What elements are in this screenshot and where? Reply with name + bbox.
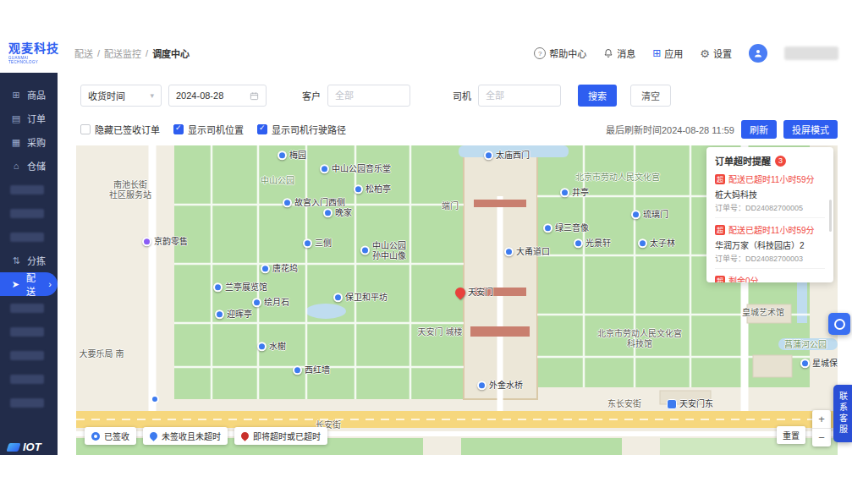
map-station-dot[interactable] — [151, 395, 159, 403]
map-label[interactable]: 水榭 — [257, 342, 286, 352]
poi-pin-icon — [215, 310, 224, 320]
map-label[interactable]: 迎晖亭 — [215, 310, 252, 320]
date-input[interactable]: 2024-08-28 — [168, 85, 267, 107]
username-blurred[interactable] — [784, 47, 838, 60]
sidebar-item-blurred[interactable] — [0, 343, 58, 367]
map-label[interactable]: 太子林 — [638, 238, 675, 249]
hide-signed-checkbox[interactable] — [80, 124, 91, 134]
sidebar-item-blurred[interactable] — [0, 367, 58, 391]
messages-button[interactable]: 消息 — [603, 47, 635, 60]
chevron-right-icon: › — [48, 279, 52, 289]
sidebar: ⊞商品▤订单▦采购⌂仓储⇅分拣➤配送› IOT — [0, 73, 58, 455]
sidebar-item-商品[interactable]: ⊞商品 — [0, 83, 58, 107]
map-label[interactable]: 井亭 — [560, 188, 589, 198]
map-label[interactable]: 兰亭展览馆 — [213, 282, 267, 293]
search-button[interactable]: 搜索 — [578, 85, 617, 107]
zoom-out-button[interactable]: − — [812, 428, 831, 446]
clear-button[interactable]: 清空 — [630, 85, 671, 107]
show-driver-location-checkbox[interactable] — [173, 124, 184, 134]
map-label: 天安门 城楼 — [418, 327, 463, 337]
sidebar-item-blurred[interactable] — [0, 296, 58, 320]
map-label-text: 西红墙 — [305, 365, 330, 375]
sidebar-item-blurred[interactable] — [0, 201, 58, 225]
overdue-count-badge: 3 — [775, 156, 786, 167]
cast-mode-button[interactable]: 投屏模式 — [783, 120, 838, 139]
breadcrumb-item-monitor[interactable]: 配送监控 — [104, 47, 141, 60]
order-number: 订单号：DD24082700005 — [715, 202, 825, 213]
overdue-order-item[interactable]: 超配送已超时11小时59分桩大妈科技订单号：DD24082700005 — [715, 167, 825, 218]
page: 观麦科技 GUANMAI TECHNOLOGY 配送 / 配送监控 / 调度中心… — [0, 0, 852, 504]
map-label[interactable]: 京韵零售 — [142, 237, 188, 247]
map-label[interactable]: 唐花坞 — [261, 264, 298, 274]
floating-service-button[interactable] — [828, 313, 850, 335]
map-label-text: 端门 — [442, 201, 459, 211]
map-label[interactable]: 琉璃门 — [631, 210, 668, 220]
sidebar-item-分拣[interactable]: ⇅分拣 — [0, 249, 58, 272]
map-label[interactable]: 绘月石 — [252, 298, 289, 308]
sidebar-item-仓储[interactable]: ⌂仓储 — [0, 154, 58, 178]
map-label-text: 故宫入门西侧 — [294, 198, 345, 208]
reset-button[interactable]: 重置 — [777, 426, 805, 444]
sidebar-item-blurred[interactable] — [0, 225, 58, 249]
poi-pin-icon — [293, 366, 302, 375]
sidebar-item-采购[interactable]: ▦采购 — [0, 130, 58, 154]
sidebar-item-blurred[interactable] — [0, 391, 58, 414]
help-center-button[interactable]: ? 帮助中心 — [534, 47, 586, 60]
main-content: 收货时间 ▾ 2024-08-28 客户 司机 搜索 清空 — [58, 73, 852, 455]
map-label[interactable]: 三侧 — [303, 238, 332, 249]
map-label[interactable]: 绿三音像 — [543, 223, 589, 233]
map-label[interactable]: 天安门东 — [667, 399, 713, 409]
driver-label: 司机 — [453, 89, 471, 102]
iot-logo-text: IOT — [23, 441, 41, 453]
driver-input[interactable] — [484, 90, 555, 101]
sidebar-item-配送[interactable]: ➤配送› — [0, 272, 58, 296]
map-label[interactable]: 星城保 — [800, 359, 838, 369]
legend-item: 未签收且未超时 — [143, 427, 228, 445]
overdue-order-item[interactable]: 超剩余0分华润万家（科技园店）2 — [715, 269, 825, 282]
map-label[interactable]: 松柏亭 — [354, 184, 391, 194]
map-label[interactable]: 大甬道口 — [504, 247, 550, 257]
map-label[interactable]: 晚家 — [323, 208, 352, 218]
poi-pin-icon — [504, 248, 514, 257]
logo[interactable]: 观麦科技 GUANMAI TECHNOLOGY — [8, 42, 61, 64]
breadcrumb-current: 调度中心 — [152, 47, 190, 60]
sidebar-item-blurred[interactable] — [0, 178, 58, 201]
poi-pin-icon — [360, 246, 370, 255]
map-label[interactable]: 中山公园音乐堂 — [320, 164, 391, 174]
time-type-select[interactable]: 收货时间 ▾ — [80, 85, 162, 107]
apps-button[interactable]: ⊞ 应用 — [652, 47, 683, 60]
warehouse-icon: ⌂ — [10, 161, 22, 171]
legend-label: 未签收且未超时 — [162, 430, 221, 442]
show-driver-path-checkbox[interactable] — [257, 124, 267, 134]
sidebar-item-blurred[interactable] — [0, 320, 58, 343]
map-label: 南池长街社区服务站 — [109, 180, 151, 200]
map-label[interactable]: 梅园 — [278, 151, 306, 161]
map[interactable]: 梅园中山公园音乐堂松柏亭太庙西门北京市劳动人民文化宫井亭中山公园南池长街社区服务… — [76, 145, 838, 455]
store-pin-icon — [142, 238, 151, 247]
settings-button[interactable]: ⚙ 设置 — [700, 47, 732, 60]
zoom-in-button[interactable]: + — [812, 410, 831, 428]
map-label[interactable]: 外金水桥 — [477, 381, 523, 391]
legend-label: 已签收 — [104, 430, 129, 442]
map-label-text: 中山公园 — [261, 176, 294, 186]
map-label[interactable]: 保卫和平坊 — [333, 293, 388, 303]
overdue-order-item[interactable]: 超配送已超时11小时59分华润万家（科技园店）2订单号：DD2408270000… — [715, 218, 825, 269]
sorting-icon: ⇅ — [10, 255, 22, 266]
map-label[interactable]: 故宫入门西侧 — [283, 198, 345, 208]
chevron-down-icon: ▾ — [150, 91, 154, 100]
customer-input[interactable] — [333, 90, 404, 101]
map-label[interactable]: 天安门 — [455, 288, 493, 298]
map-label[interactable]: 西红墙 — [293, 365, 330, 375]
poi-pin-icon — [560, 189, 569, 198]
contact-service-tab[interactable]: 联系客服 — [833, 385, 852, 442]
map-label[interactable]: 太庙西门 — [484, 151, 530, 161]
hide-signed-label: 隐藏已签收订单 — [95, 123, 160, 136]
panel-scrollbar[interactable] — [829, 200, 832, 232]
sidebar-item-订单[interactable]: ▤订单 — [0, 107, 58, 130]
avatar[interactable] — [749, 44, 767, 63]
map-label[interactable]: 中山公园孙中山像 — [360, 241, 406, 260]
map-label[interactable]: 光景轩 — [574, 238, 611, 249]
breadcrumb-item-delivery[interactable]: 配送 — [74, 47, 93, 60]
poi-pin-icon — [257, 342, 267, 352]
refresh-button[interactable]: 刷新 — [741, 120, 777, 139]
